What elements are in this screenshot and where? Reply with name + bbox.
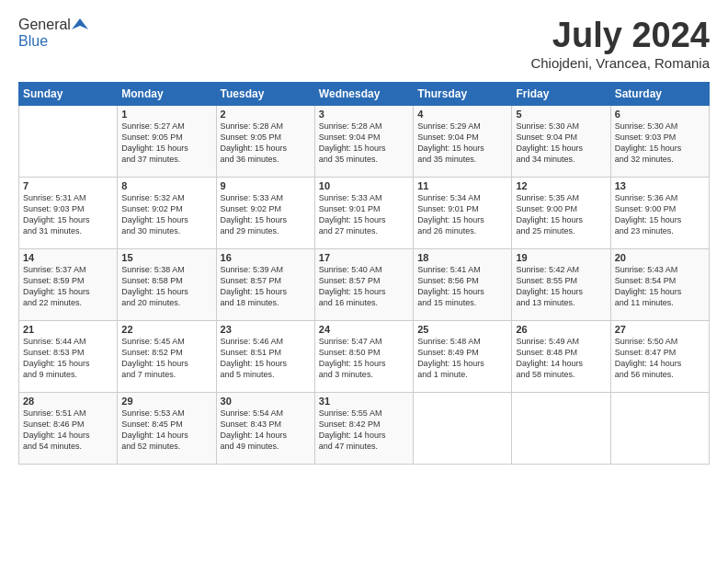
- cell-info: Sunrise: 5:34 AM: [417, 192, 507, 203]
- cell-info: Sunrise: 5:43 AM: [615, 264, 705, 275]
- calendar-cell: 18Sunrise: 5:41 AMSunset: 8:56 PMDayligh…: [414, 248, 512, 320]
- day-of-week-header: Thursday: [414, 82, 512, 105]
- cell-info: and 7 minutes.: [121, 369, 211, 380]
- cell-info: Sunrise: 5:53 AM: [121, 408, 211, 419]
- calendar-week-row: 21Sunrise: 5:44 AMSunset: 8:53 PMDayligh…: [19, 320, 710, 392]
- calendar-cell: 3Sunrise: 5:28 AMSunset: 9:04 PMDaylight…: [314, 105, 413, 177]
- cell-info: and 56 minutes.: [615, 369, 705, 380]
- calendar-cell: 14Sunrise: 5:37 AMSunset: 8:59 PMDayligh…: [19, 248, 118, 320]
- logo-blue: Blue: [18, 33, 48, 50]
- cell-info: Sunset: 9:03 PM: [23, 203, 113, 214]
- calendar-cell: 7Sunrise: 5:31 AMSunset: 9:03 PMDaylight…: [19, 177, 118, 248]
- cell-info: and 36 minutes.: [221, 154, 311, 165]
- day-number: 27: [615, 324, 705, 335]
- day-number: 31: [319, 396, 409, 407]
- cell-info: Daylight: 14 hours: [121, 430, 211, 441]
- svg-marker-0: [72, 18, 88, 29]
- cell-info: Sunset: 9:02 PM: [121, 203, 211, 214]
- cell-info: and 34 minutes.: [516, 154, 606, 165]
- cell-info: and 5 minutes.: [221, 369, 311, 380]
- calendar-header-row: SundayMondayTuesdayWednesdayThursdayFrid…: [19, 82, 710, 105]
- cell-info: Sunset: 9:04 PM: [319, 132, 409, 143]
- cell-info: and 20 minutes.: [121, 297, 211, 308]
- cell-info: Daylight: 14 hours: [23, 430, 113, 441]
- cell-info: and 31 minutes.: [23, 225, 113, 236]
- day-number: 21: [23, 324, 113, 335]
- calendar-cell: [414, 392, 512, 464]
- day-number: 3: [319, 109, 409, 120]
- day-number: 17: [319, 252, 409, 263]
- day-number: 23: [221, 324, 311, 335]
- cell-info: Sunset: 8:54 PM: [615, 275, 705, 286]
- cell-info: Daylight: 15 hours: [23, 286, 113, 297]
- cell-info: Daylight: 15 hours: [417, 143, 507, 154]
- cell-info: and 1 minute.: [417, 369, 507, 380]
- cell-info: Sunrise: 5:38 AM: [121, 264, 211, 275]
- cell-info: Daylight: 15 hours: [23, 358, 113, 369]
- calendar-cell: 12Sunrise: 5:35 AMSunset: 9:00 PMDayligh…: [512, 177, 610, 248]
- calendar-cell: 27Sunrise: 5:50 AMSunset: 8:47 PMDayligh…: [610, 320, 709, 392]
- calendar-week-row: 28Sunrise: 5:51 AMSunset: 8:46 PMDayligh…: [19, 392, 710, 464]
- cell-info: Sunrise: 5:54 AM: [221, 408, 311, 419]
- calendar-cell: 4Sunrise: 5:29 AMSunset: 9:04 PMDaylight…: [414, 105, 512, 177]
- cell-info: Sunset: 8:59 PM: [23, 275, 113, 286]
- day-number: 30: [221, 396, 311, 407]
- cell-info: Sunset: 8:58 PM: [121, 275, 211, 286]
- cell-info: and 11 minutes.: [615, 297, 705, 308]
- cell-info: and 47 minutes.: [319, 441, 409, 452]
- calendar-cell: 13Sunrise: 5:36 AMSunset: 9:00 PMDayligh…: [610, 177, 709, 248]
- cell-info: Daylight: 15 hours: [221, 214, 311, 225]
- day-number: 26: [516, 324, 606, 335]
- cell-info: and 29 minutes.: [221, 225, 311, 236]
- day-of-week-header: Monday: [118, 82, 216, 105]
- cell-info: Sunset: 9:01 PM: [319, 203, 409, 214]
- cell-info: Sunrise: 5:45 AM: [121, 336, 211, 347]
- calendar-cell: 8Sunrise: 5:32 AMSunset: 9:02 PMDaylight…: [118, 177, 216, 248]
- cell-info: Sunrise: 5:37 AM: [23, 264, 113, 275]
- cell-info: and 30 minutes.: [121, 225, 211, 236]
- calendar-week-row: 7Sunrise: 5:31 AMSunset: 9:03 PMDaylight…: [19, 177, 710, 248]
- cell-info: Daylight: 15 hours: [319, 358, 409, 369]
- cell-info: Daylight: 14 hours: [319, 430, 409, 441]
- cell-info: Daylight: 15 hours: [516, 286, 606, 297]
- cell-info: Daylight: 15 hours: [121, 214, 211, 225]
- cell-info: Sunrise: 5:44 AM: [23, 336, 113, 347]
- cell-info: Sunset: 8:57 PM: [221, 275, 311, 286]
- day-of-week-header: Friday: [512, 82, 610, 105]
- day-number: 12: [516, 180, 606, 191]
- cell-info: Sunrise: 5:47 AM: [319, 336, 409, 347]
- day-number: 7: [23, 180, 113, 191]
- calendar-cell: [19, 105, 118, 177]
- cell-info: Daylight: 14 hours: [615, 358, 705, 369]
- title-block: July 2024 Chiojdeni, Vrancea, Romania: [530, 17, 710, 71]
- cell-info: Sunrise: 5:40 AM: [319, 264, 409, 275]
- logo-general: General: [18, 17, 71, 33]
- cell-info: Sunset: 9:05 PM: [221, 132, 311, 143]
- cell-info: Sunrise: 5:33 AM: [319, 192, 409, 203]
- cell-info: and 52 minutes.: [121, 441, 211, 452]
- day-number: 6: [615, 109, 705, 120]
- cell-info: Sunrise: 5:30 AM: [615, 121, 705, 132]
- cell-info: Sunset: 8:47 PM: [615, 347, 705, 358]
- cell-info: Sunset: 8:52 PM: [121, 347, 211, 358]
- cell-info: Daylight: 15 hours: [221, 143, 311, 154]
- calendar-cell: 29Sunrise: 5:53 AMSunset: 8:45 PMDayligh…: [118, 392, 216, 464]
- logo: General Blue: [18, 17, 88, 50]
- cell-info: Sunset: 9:02 PM: [221, 203, 311, 214]
- calendar-cell: [610, 392, 709, 464]
- cell-info: Sunrise: 5:32 AM: [121, 192, 211, 203]
- cell-info: and 22 minutes.: [23, 297, 113, 308]
- day-number: 19: [516, 252, 606, 263]
- cell-info: Sunrise: 5:42 AM: [516, 264, 606, 275]
- cell-info: and 16 minutes.: [319, 297, 409, 308]
- calendar-cell: 9Sunrise: 5:33 AMSunset: 9:02 PMDaylight…: [216, 177, 314, 248]
- cell-info: and 54 minutes.: [23, 441, 113, 452]
- calendar-cell: 22Sunrise: 5:45 AMSunset: 8:52 PMDayligh…: [118, 320, 216, 392]
- header: General Blue July 2024 Chiojdeni, Vrance…: [18, 17, 710, 71]
- calendar-cell: 26Sunrise: 5:49 AMSunset: 8:48 PMDayligh…: [512, 320, 610, 392]
- day-number: 20: [615, 252, 705, 263]
- cell-info: Daylight: 15 hours: [121, 358, 211, 369]
- calendar-cell: [512, 392, 610, 464]
- cell-info: and 15 minutes.: [417, 297, 507, 308]
- cell-info: Sunrise: 5:28 AM: [221, 121, 311, 132]
